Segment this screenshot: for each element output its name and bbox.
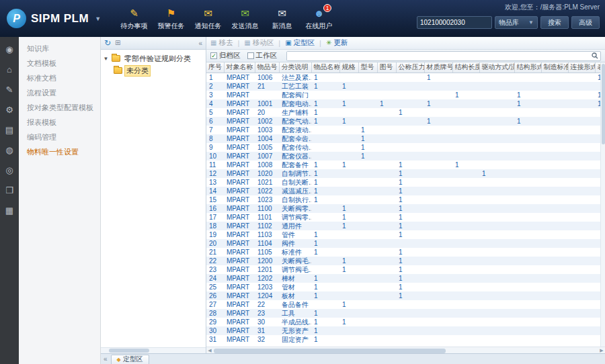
quick-search-input[interactable] bbox=[287, 52, 590, 60]
collapse-icon[interactable]: « bbox=[104, 355, 108, 363]
card-icon[interactable]: ▦ bbox=[3, 203, 16, 217]
fixed-area-tab[interactable]: ◆ 定型区 bbox=[111, 355, 149, 364]
table-row[interactable]: 11MPART1008配套备件1111 bbox=[206, 161, 600, 169]
home-icon[interactable]: ⌂ bbox=[3, 62, 16, 76]
menu-item[interactable]: 按对象类型配置模板 bbox=[19, 100, 100, 115]
column-header[interactable]: 连接形式 bbox=[568, 62, 595, 73]
toolbar-item-notify-tasks[interactable]: ✉通知任务 bbox=[190, 7, 227, 31]
tree-node-root[interactable]: ▼ 零部件验证规则分类 bbox=[103, 52, 204, 64]
table-row[interactable]: 14MPART1022减温减压..11 bbox=[206, 187, 600, 195]
scrollbar-thumb[interactable] bbox=[109, 349, 149, 353]
settings-icon[interactable]: ⚙ bbox=[3, 103, 16, 116]
toolbar-item-send-message[interactable]: ✉发送消息 bbox=[227, 7, 264, 31]
table-row[interactable]: 6MPART1002配套气动..1111 bbox=[206, 117, 600, 126]
toolbar-item-new-message[interactable]: ✉新消息 bbox=[264, 7, 300, 31]
column-header[interactable]: 规格 bbox=[339, 62, 358, 73]
column-header[interactable]: 公称压力 bbox=[396, 62, 424, 73]
database-icon[interactable]: ▤ bbox=[3, 123, 16, 136]
target-icon[interactable]: ◎ bbox=[3, 163, 16, 177]
search-scope-select[interactable]: 物品库 ▼ bbox=[495, 16, 538, 29]
table-row[interactable]: 17MPART1101调节阀零..11 bbox=[206, 213, 600, 222]
column-header[interactable]: 制造标准 bbox=[541, 62, 568, 73]
toolbar-item-todo-items[interactable]: ✎待办事项 bbox=[116, 7, 153, 31]
menu-item[interactable]: 标准文档 bbox=[19, 71, 100, 85]
table-row[interactable]: 12MPART1020自制调节..111 bbox=[206, 169, 600, 178]
table-row[interactable]: 24MPART1202棒材11 bbox=[206, 274, 600, 283]
table-row[interactable]: 18MPART1102通用件11 bbox=[206, 222, 600, 230]
search-icon[interactable] bbox=[590, 52, 600, 59]
advanced-search-button[interactable]: 高级 bbox=[571, 16, 600, 29]
table-row[interactable]: 20MPART1104阀件1 bbox=[206, 239, 600, 248]
column-header[interactable]: 物品号 bbox=[255, 62, 279, 73]
table-row[interactable]: 22MPART1200关断阀毛..11 bbox=[206, 257, 600, 265]
table-row[interactable]: 19MPART1103管件11 bbox=[206, 230, 600, 239]
menu-item[interactable]: 知识库 bbox=[19, 41, 100, 56]
table-row[interactable]: 31MPART32固定资产1 bbox=[206, 335, 600, 344]
tree-node-unclassified[interactable]: 未分类 bbox=[103, 64, 204, 77]
table-row[interactable]: 16MPART1100关断阀零..11 bbox=[206, 204, 600, 213]
tree-horizontal-scrollbar[interactable] bbox=[101, 347, 206, 353]
video-icon[interactable]: ◍ bbox=[3, 143, 16, 156]
edit-icon[interactable]: ✎ bbox=[3, 83, 16, 96]
table-row[interactable]: 4MPART1001配套电动..111111 bbox=[206, 99, 600, 108]
column-header[interactable]: 序号 bbox=[206, 62, 224, 73]
collapse-panel-icon[interactable]: « bbox=[198, 40, 202, 47]
global-search-input[interactable] bbox=[417, 16, 492, 29]
table-row[interactable]: 8MPART1004配套伞齿..1 bbox=[206, 134, 600, 143]
search-button[interactable]: 搜索 bbox=[540, 16, 569, 29]
archive-area-checkbox[interactable]: ✓ 归档区 bbox=[210, 51, 241, 60]
work-area-checkbox[interactable]: 工作区 bbox=[247, 51, 278, 60]
column-header[interactable]: 物品名称 bbox=[311, 62, 339, 73]
table-row[interactable]: 21MPART1105标准件11 bbox=[206, 248, 600, 257]
menu-item[interactable]: 流程设置 bbox=[19, 85, 100, 100]
column-header[interactable]: 图号 bbox=[377, 62, 396, 73]
table-row[interactable]: 30MPART31无形资产1 bbox=[206, 326, 600, 335]
column-header[interactable]: 材质牌号 bbox=[424, 62, 452, 73]
table-row[interactable]: 28MPART23工具1 bbox=[206, 309, 600, 318]
media-icon[interactable]: ◉ bbox=[3, 42, 16, 56]
table-row[interactable]: 10MPART1007配套仪器..1 bbox=[206, 152, 600, 161]
table-row[interactable]: 1MPART1006法兰及紧..111 bbox=[206, 73, 600, 82]
table-row[interactable]: 25MPART1203管材11 bbox=[206, 283, 600, 291]
vertical-scrollbar[interactable] bbox=[600, 62, 605, 347]
column-header[interactable]: 驱动方式/流量… bbox=[479, 62, 514, 73]
toolbar-item-online-users[interactable]: ☻在线用户1 bbox=[300, 7, 337, 31]
table-row[interactable]: 13MPART1021自制关断..11 bbox=[206, 178, 600, 187]
remove-button[interactable]: ▦ 移去 bbox=[210, 38, 233, 48]
expand-all-icon[interactable]: ⊞ bbox=[115, 40, 120, 46]
column-header[interactable]: 结构形式 bbox=[514, 62, 541, 73]
toolbar-item-alert-tasks[interactable]: ⚑预警任务 bbox=[153, 7, 190, 31]
app-logo[interactable]: P SIPM PLM ▼ bbox=[0, 0, 112, 37]
fixed-area-button[interactable]: ▣ 定型区 bbox=[285, 38, 315, 48]
menu-item[interactable]: 物料唯一性设置 bbox=[19, 144, 100, 159]
scroll-right-icon[interactable]: ▶ bbox=[598, 347, 605, 353]
table-row[interactable]: 23MPART1201调节阀毛..11 bbox=[206, 265, 600, 274]
table-row[interactable]: 7MPART1003配套液动..1 bbox=[206, 126, 600, 134]
column-header[interactable]: 型号 bbox=[358, 62, 377, 73]
table-row[interactable]: 26MPART1204板材11 bbox=[206, 291, 600, 300]
table-row[interactable]: 9MPART1005配套传动..1 bbox=[206, 143, 600, 152]
table-row[interactable]: 5MPART20生产辅料11 bbox=[206, 108, 600, 117]
menu-item[interactable]: 报表模板 bbox=[19, 115, 100, 130]
menu-item[interactable]: 编码管理 bbox=[19, 130, 100, 144]
refresh-button[interactable]: ✳ 更新 bbox=[326, 38, 348, 48]
chevron-down-icon[interactable]: ▼ bbox=[95, 15, 101, 22]
book-icon[interactable]: ❒ bbox=[3, 183, 16, 197]
horizontal-scrollbar[interactable]: ◀ ▶ bbox=[206, 347, 605, 353]
table-row[interactable]: 3MPART配套阀门111 bbox=[206, 91, 600, 99]
scrollbar-thumb[interactable] bbox=[602, 64, 605, 144]
column-header[interactable]: 对象名称 bbox=[224, 62, 255, 73]
menu-item[interactable]: 文档模板 bbox=[19, 56, 100, 71]
refresh-icon[interactable]: ↻ bbox=[104, 39, 111, 47]
table-row[interactable]: 29MPART30半成品线..11 bbox=[206, 318, 600, 326]
table-row[interactable]: 15MPART1023自制执行..11 bbox=[206, 195, 600, 204]
column-header[interactable]: 结构长度 bbox=[452, 62, 479, 73]
column-header[interactable]: 表… bbox=[595, 62, 600, 73]
column-header[interactable]: 分类说明 bbox=[279, 62, 311, 73]
move-area-button[interactable]: ▦ 移动区 bbox=[244, 38, 274, 48]
scroll-left-icon[interactable]: ◀ bbox=[206, 347, 213, 353]
table-row[interactable]: 27MPART22备品备件1 bbox=[206, 300, 600, 309]
tree-expand-icon[interactable]: ▼ bbox=[103, 56, 109, 62]
scrollbar-thumb[interactable] bbox=[214, 349, 446, 353]
table-row[interactable]: 2MPART21工艺工装11 bbox=[206, 82, 600, 91]
